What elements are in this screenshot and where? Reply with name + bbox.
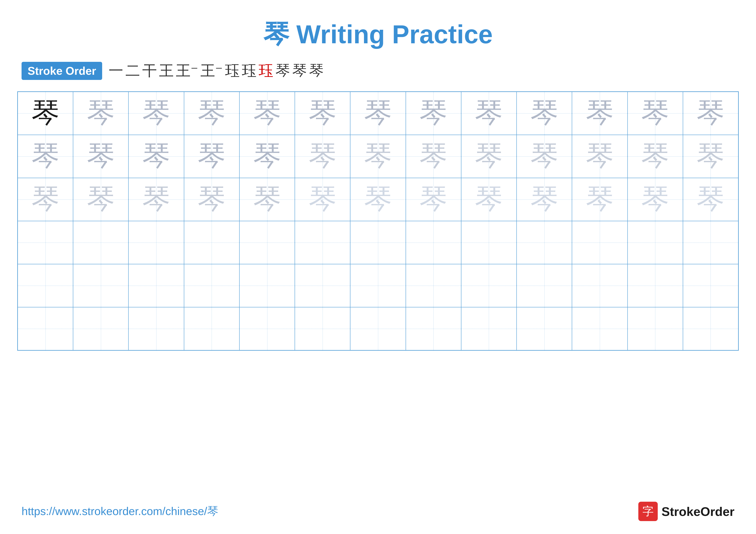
grid-cell-1-1[interactable]: 琴 [73,135,128,178]
grid-cell-3-10[interactable] [572,221,627,264]
cell-char-1-1: 琴 [87,138,115,175]
grid-cell-2-8[interactable]: 琴 [461,178,517,221]
cell-char-1-6: 琴 [364,138,392,175]
cell-char-2-11: 琴 [641,181,669,218]
cell-char-2-3: 琴 [198,181,226,218]
grid-cell-3-6[interactable] [350,221,406,264]
cell-char-1-12: 琴 [696,138,724,175]
grid-cell-2-7[interactable]: 琴 [406,178,461,221]
grid-cell-0-6[interactable]: 琴 [350,92,406,135]
grid-cell-1-2[interactable]: 琴 [128,135,184,178]
stroke-step-4: 王⁻ [176,61,198,81]
grid-cell-0-10[interactable]: 琴 [572,92,627,135]
grid-cell-2-10[interactable]: 琴 [572,178,627,221]
cell-char-0-8: 琴 [475,94,503,132]
grid-cell-5-12[interactable] [683,307,738,350]
grid-cell-2-4[interactable]: 琴 [239,178,295,221]
grid-cell-4-8[interactable] [461,264,517,307]
grid-cell-4-11[interactable] [628,264,683,307]
cell-char-2-12: 琴 [696,181,724,218]
grid-cell-5-1[interactable] [73,307,128,350]
grid-cell-4-2[interactable] [128,264,184,307]
grid-cell-3-1[interactable] [73,221,128,264]
grid-cell-5-11[interactable] [628,307,683,350]
grid-cell-4-5[interactable] [295,264,350,307]
stroke-step-7: 珏 [242,61,256,81]
grid-cell-4-6[interactable] [350,264,406,307]
stroke-step-5: 王⁻ [201,61,223,81]
grid-cell-3-9[interactable] [517,221,572,264]
grid-cell-4-0[interactable] [18,264,73,307]
grid-cell-5-2[interactable] [128,307,184,350]
cell-char-1-7: 琴 [419,138,447,175]
practice-grid: 琴琴琴琴琴琴琴琴琴琴琴琴琴琴琴琴琴琴琴琴琴琴琴琴琴琴琴琴琴琴琴琴琴琴琴琴琴琴琴 [17,91,739,351]
grid-cell-4-12[interactable] [683,264,738,307]
grid-cell-1-9[interactable]: 琴 [517,135,572,178]
grid-cell-4-3[interactable] [184,264,239,307]
cell-char-0-9: 琴 [530,94,558,132]
grid-cell-1-5[interactable]: 琴 [295,135,350,178]
practice-grid-container: 琴琴琴琴琴琴琴琴琴琴琴琴琴琴琴琴琴琴琴琴琴琴琴琴琴琴琴琴琴琴琴琴琴琴琴琴琴琴琴 [0,91,756,351]
grid-cell-3-2[interactable] [128,221,184,264]
cell-char-1-0: 琴 [32,138,60,175]
grid-cell-0-9[interactable]: 琴 [517,92,572,135]
grid-cell-2-12[interactable]: 琴 [683,178,738,221]
grid-cell-4-4[interactable] [239,264,295,307]
grid-cell-2-2[interactable]: 琴 [128,178,184,221]
grid-cell-1-4[interactable]: 琴 [239,135,295,178]
grid-cell-4-9[interactable] [517,264,572,307]
grid-cell-1-12[interactable]: 琴 [683,135,738,178]
grid-cell-1-10[interactable]: 琴 [572,135,627,178]
cell-char-0-4: 琴 [253,94,281,132]
grid-cell-0-0[interactable]: 琴 [18,92,73,135]
grid-cell-2-5[interactable]: 琴 [295,178,350,221]
grid-cell-3-7[interactable] [406,221,461,264]
footer: https://www.strokeorder.com/chinese/琴 字 … [0,502,756,521]
grid-cell-3-4[interactable] [239,221,295,264]
grid-cell-5-7[interactable] [406,307,461,350]
grid-cell-2-9[interactable]: 琴 [517,178,572,221]
grid-cell-1-11[interactable]: 琴 [628,135,683,178]
grid-cell-5-6[interactable] [350,307,406,350]
grid-cell-0-3[interactable]: 琴 [184,92,239,135]
grid-cell-0-4[interactable]: 琴 [239,92,295,135]
grid-cell-1-6[interactable]: 琴 [350,135,406,178]
cell-char-2-0: 琴 [32,181,60,218]
grid-cell-3-0[interactable] [18,221,73,264]
grid-cell-0-12[interactable]: 琴 [683,92,738,135]
grid-cell-0-8[interactable]: 琴 [461,92,517,135]
grid-cell-2-6[interactable]: 琴 [350,178,406,221]
grid-cell-1-0[interactable]: 琴 [18,135,73,178]
grid-cell-5-8[interactable] [461,307,517,350]
grid-cell-4-10[interactable] [572,264,627,307]
grid-cell-1-7[interactable]: 琴 [406,135,461,178]
grid-cell-2-1[interactable]: 琴 [73,178,128,221]
grid-cell-5-4[interactable] [239,307,295,350]
footer-url: https://www.strokeorder.com/chinese/琴 [21,504,218,519]
grid-cell-5-3[interactable] [184,307,239,350]
grid-cell-3-12[interactable] [683,221,738,264]
grid-cell-0-11[interactable]: 琴 [628,92,683,135]
grid-cell-0-7[interactable]: 琴 [406,92,461,135]
cell-char-2-9: 琴 [530,181,558,218]
grid-cell-1-8[interactable]: 琴 [461,135,517,178]
grid-cell-2-11[interactable]: 琴 [628,178,683,221]
grid-cell-2-3[interactable]: 琴 [184,178,239,221]
grid-cell-0-5[interactable]: 琴 [295,92,350,135]
grid-cell-0-2[interactable]: 琴 [128,92,184,135]
grid-cell-5-10[interactable] [572,307,627,350]
grid-cell-0-1[interactable]: 琴 [73,92,128,135]
grid-cell-1-3[interactable]: 琴 [184,135,239,178]
stroke-step-11: 琴 [309,61,324,81]
grid-cell-3-8[interactable] [461,221,517,264]
grid-cell-4-7[interactable] [406,264,461,307]
grid-cell-2-0[interactable]: 琴 [18,178,73,221]
cell-char-0-1: 琴 [87,94,115,132]
grid-cell-5-9[interactable] [517,307,572,350]
grid-cell-5-0[interactable] [18,307,73,350]
grid-cell-3-3[interactable] [184,221,239,264]
grid-cell-4-1[interactable] [73,264,128,307]
grid-cell-3-5[interactable] [295,221,350,264]
grid-cell-5-5[interactable] [295,307,350,350]
grid-cell-3-11[interactable] [628,221,683,264]
